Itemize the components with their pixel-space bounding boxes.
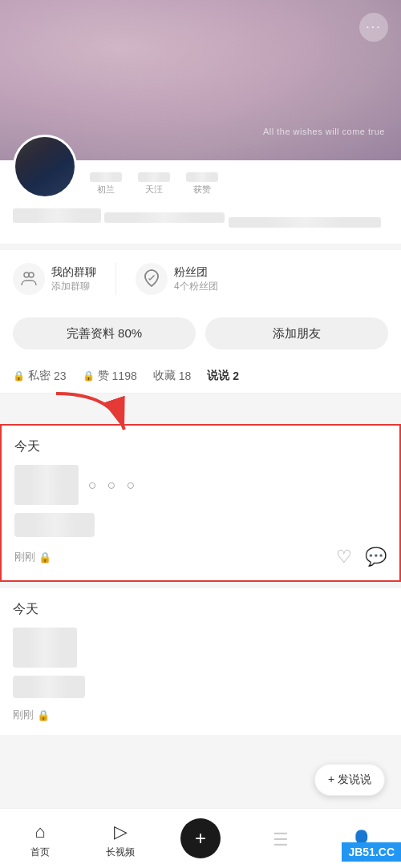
tab-private-label: 私密 [28,369,51,383]
post-image-1 [14,465,79,505]
fab-label: + 发说说 [328,773,371,787]
nav-video[interactable]: ▷ 长视频 [80,822,160,859]
stat-likes[interactable]: 获赞 [186,172,218,196]
post-image-2 [13,628,77,668]
tab-favorites-label: 收藏 [153,369,176,383]
user-desc [229,217,381,228]
post-content-2 [13,628,388,668]
post-text-blur-1 [14,513,95,537]
red-arrow-icon [48,386,144,450]
stat-chūlan[interactable]: 初兰 [90,172,122,196]
avatar-image [15,137,75,196]
banner-background [0,0,401,160]
video-icon: ▷ [114,822,128,842]
tab-private-count: 23 [54,369,67,382]
stat-value-chulan [90,172,122,182]
group-chat-text: 我的群聊 添加群聊 [51,265,96,293]
fab-button[interactable]: + 发说说 [314,764,385,796]
profile-section: 初兰 天汪 获赞 [0,160,401,244]
post-footer-2: 刚刚 🔒 [13,708,388,722]
post-time-text-2: 刚刚 [13,708,34,722]
nav-placeholder-1[interactable]: ☰ [241,830,321,850]
tab-favorites[interactable]: 收藏 18 [153,369,192,383]
group-chat-subtitle: 添加群聊 [51,280,96,293]
group-chat-item[interactable]: 我的群聊 添加群聊 [13,263,96,295]
post-actions-1: ♡ 💬 [336,547,387,567]
add-button[interactable]: + [180,818,221,858]
post-time-text-1: 刚刚 [14,550,35,564]
comment-button-1[interactable]: 💬 [365,547,387,567]
fan-group-icon [136,263,168,295]
tab-favorites-count: 18 [179,369,192,382]
groups-divider [115,263,116,295]
avatar-area: 初兰 天汪 获赞 [13,160,388,199]
bottom-nav: ⌂ 首页 ▷ 长视频 + ☰ 👤 [0,808,401,868]
fan-group-text: 粉丝团 4个粉丝团 [174,265,218,293]
tab-private[interactable]: 🔒 私密 23 [13,369,67,383]
username-area [13,208,388,231]
post-text-blur-2 [13,676,85,698]
action-buttons: 完善资料 80% 添加朋友 [0,308,401,359]
stat-value-likes [186,172,218,182]
group-chat-icon [13,263,45,295]
nav-home[interactable]: ⌂ 首页 [0,822,80,859]
tab-posts[interactable]: 说说 2 [207,369,239,383]
home-label: 首页 [30,846,50,859]
post-content-1: ○ ○ ○ [14,465,387,505]
user-id [104,212,225,223]
fan-group-subtitle: 4个粉丝团 [174,280,218,293]
home-icon: ⌂ [34,822,45,842]
stat-label-likes: 获赞 [193,184,211,196]
svg-point-1 [29,273,34,277]
more-dots-icon: ··· [366,20,381,34]
tab-posts-label: 说说 [207,369,229,383]
tab-likes-label: 赞 [98,369,109,383]
username-display [13,208,101,223]
group-chat-title: 我的群聊 [51,265,96,280]
nav-add[interactable]: + [160,818,241,862]
post-footer-1: 刚刚 🔒 ♡ 💬 [14,547,387,567]
video-label: 长视频 [106,846,135,859]
tab-likes-count: 1198 [112,369,137,382]
add-icon: + [195,829,206,848]
post-lock-icon-1: 🔒 [38,551,51,563]
banner-text: All the wishes will come true [263,127,385,136]
banner: All the wishes will come true ··· [0,0,401,160]
post-date-2: 今天 [13,601,388,618]
post-dots-1: ○ ○ ○ [88,477,139,494]
tab-posts-count: 2 [233,369,239,382]
groups-section: 我的群聊 添加群聊 粉丝团 4个粉丝团 [0,250,401,308]
like-button-1[interactable]: ♡ [336,547,352,567]
lock-icon-private: 🔒 [13,370,25,382]
add-friend-button[interactable]: 添加朋友 [205,317,388,349]
svg-point-0 [24,273,29,277]
complete-profile-button[interactable]: 完善资料 80% [13,317,196,349]
arrow-area [0,394,401,418]
avatar[interactable] [13,135,77,199]
post-lock-icon-2: 🔒 [37,709,50,721]
post-card-2: 今天 刚刚 🔒 [0,588,401,735]
stat-tianwang[interactable]: 天汪 [138,172,170,196]
watermark: JB51.CC [342,842,401,862]
fan-group-item[interactable]: 粉丝团 4个粉丝团 [136,263,218,295]
fan-group-title: 粉丝团 [174,265,218,280]
tab-likes[interactable]: 🔒 赞 1198 [83,369,137,383]
stat-label-chulan: 初兰 [97,184,115,196]
stats-row: 初兰 天汪 获赞 [90,172,388,199]
post-time-1: 刚刚 🔒 [14,550,51,564]
post-time-2: 刚刚 🔒 [13,708,50,722]
stat-value-tianwang [138,172,170,182]
more-button[interactable]: ··· [359,13,388,42]
stat-label-tianwang: 天汪 [145,184,163,196]
nav-icon-3: ☰ [273,830,289,850]
lock-icon-likes: 🔒 [83,370,95,382]
